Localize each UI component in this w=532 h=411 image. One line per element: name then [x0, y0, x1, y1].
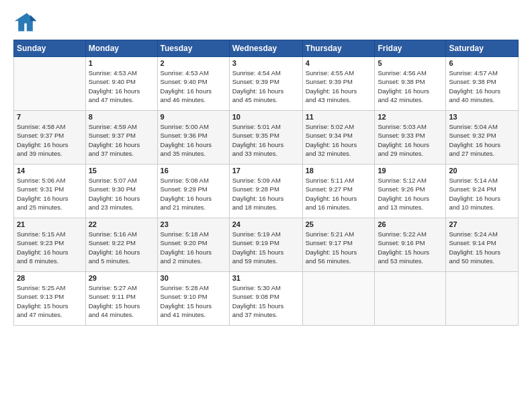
day-info: Sunrise: 5:09 AM Sunset: 9:28 PM Dayligh… — [232, 176, 300, 212]
day-number: 11 — [306, 113, 372, 121]
day-info: Sunrise: 4:55 AM Sunset: 9:39 PM Dayligh… — [306, 68, 372, 104]
calendar-cell: 6Sunrise: 4:57 AM Sunset: 9:38 PM Daylig… — [446, 57, 519, 111]
day-info: Sunrise: 5:12 AM Sunset: 9:26 PM Dayligh… — [378, 176, 443, 212]
day-info: Sunrise: 4:53 AM Sunset: 9:40 PM Dayligh… — [161, 68, 226, 104]
calendar-cell: 7Sunrise: 4:58 AM Sunset: 9:37 PM Daylig… — [14, 111, 86, 165]
week-row-4: 21Sunrise: 5:15 AM Sunset: 9:23 PM Dayli… — [14, 218, 519, 272]
day-number: 30 — [161, 274, 226, 282]
day-number: 4 — [306, 59, 372, 67]
day-info: Sunrise: 4:57 AM Sunset: 9:38 PM Dayligh… — [449, 68, 515, 104]
calendar-cell: 13Sunrise: 5:04 AM Sunset: 9:32 PM Dayli… — [446, 111, 519, 165]
calendar-cell: 14Sunrise: 5:06 AM Sunset: 9:31 PM Dayli… — [14, 165, 86, 218]
day-number: 20 — [449, 167, 515, 175]
day-info: Sunrise: 5:15 AM Sunset: 9:23 PM Dayligh… — [17, 230, 83, 265]
header — [13, 10, 519, 34]
week-row-5: 28Sunrise: 5:25 AM Sunset: 9:13 PM Dayli… — [14, 272, 519, 326]
calendar-cell: 20Sunrise: 5:14 AM Sunset: 9:24 PM Dayli… — [446, 165, 519, 218]
day-number: 21 — [17, 220, 83, 228]
day-info: Sunrise: 5:27 AM Sunset: 9:11 PM Dayligh… — [89, 283, 154, 319]
calendar-cell: 11Sunrise: 5:02 AM Sunset: 9:34 PM Dayli… — [302, 111, 375, 165]
day-header-saturday: Saturday — [446, 40, 519, 57]
day-number: 24 — [232, 220, 300, 228]
calendar-cell: 25Sunrise: 5:21 AM Sunset: 9:17 PM Dayli… — [302, 218, 375, 272]
calendar-cell: 2Sunrise: 4:53 AM Sunset: 9:40 PM Daylig… — [157, 57, 229, 111]
calendar-cell: 22Sunrise: 5:16 AM Sunset: 9:22 PM Dayli… — [85, 218, 157, 272]
calendar-table: SundayMondayTuesdayWednesdayThursdayFrid… — [13, 40, 519, 326]
header-row: SundayMondayTuesdayWednesdayThursdayFrid… — [14, 40, 519, 57]
day-info: Sunrise: 5:01 AM Sunset: 9:35 PM Dayligh… — [232, 122, 300, 158]
day-number: 17 — [232, 167, 300, 175]
calendar-cell: 31Sunrise: 5:30 AM Sunset: 9:08 PM Dayli… — [229, 272, 302, 326]
day-number: 15 — [89, 167, 154, 175]
day-info: Sunrise: 4:59 AM Sunset: 9:37 PM Dayligh… — [89, 122, 154, 158]
day-info: Sunrise: 5:02 AM Sunset: 9:34 PM Dayligh… — [306, 122, 372, 158]
calendar-cell: 9Sunrise: 5:00 AM Sunset: 9:36 PM Daylig… — [157, 111, 229, 165]
day-header-tuesday: Tuesday — [157, 40, 229, 57]
day-number: 12 — [378, 113, 443, 121]
day-info: Sunrise: 4:53 AM Sunset: 9:40 PM Dayligh… — [89, 68, 154, 104]
day-number: 2 — [161, 59, 226, 67]
calendar-cell: 10Sunrise: 5:01 AM Sunset: 9:35 PM Dayli… — [229, 111, 302, 165]
calendar-cell: 30Sunrise: 5:28 AM Sunset: 9:10 PM Dayli… — [157, 272, 229, 326]
calendar-cell — [375, 272, 446, 326]
calendar-cell: 15Sunrise: 5:07 AM Sunset: 9:30 PM Dayli… — [85, 165, 157, 218]
calendar-cell — [446, 272, 519, 326]
day-info: Sunrise: 4:54 AM Sunset: 9:39 PM Dayligh… — [232, 68, 300, 104]
day-info: Sunrise: 4:58 AM Sunset: 9:37 PM Dayligh… — [17, 122, 83, 158]
calendar-cell: 17Sunrise: 5:09 AM Sunset: 9:28 PM Dayli… — [229, 165, 302, 218]
day-number: 31 — [232, 274, 300, 282]
day-number: 16 — [161, 167, 226, 175]
calendar-cell: 3Sunrise: 4:54 AM Sunset: 9:39 PM Daylig… — [229, 57, 302, 111]
day-info: Sunrise: 5:14 AM Sunset: 9:24 PM Dayligh… — [449, 176, 515, 212]
calendar-cell: 4Sunrise: 4:55 AM Sunset: 9:39 PM Daylig… — [302, 57, 375, 111]
day-info: Sunrise: 5:30 AM Sunset: 9:08 PM Dayligh… — [232, 283, 300, 319]
calendar-cell: 29Sunrise: 5:27 AM Sunset: 9:11 PM Dayli… — [85, 272, 157, 326]
day-number: 27 — [449, 220, 515, 228]
day-number: 13 — [449, 113, 515, 121]
day-info: Sunrise: 4:56 AM Sunset: 9:38 PM Dayligh… — [378, 68, 443, 104]
calendar-cell: 19Sunrise: 5:12 AM Sunset: 9:26 PM Dayli… — [375, 165, 446, 218]
day-info: Sunrise: 5:18 AM Sunset: 9:20 PM Dayligh… — [161, 230, 226, 265]
calendar-cell: 26Sunrise: 5:22 AM Sunset: 9:16 PM Dayli… — [375, 218, 446, 272]
day-info: Sunrise: 5:28 AM Sunset: 9:10 PM Dayligh… — [161, 283, 226, 319]
day-info: Sunrise: 5:07 AM Sunset: 9:30 PM Dayligh… — [89, 176, 154, 212]
day-number: 28 — [17, 274, 83, 282]
day-number: 25 — [306, 220, 372, 228]
day-number: 7 — [17, 113, 83, 121]
day-number: 14 — [17, 167, 83, 175]
calendar-cell: 28Sunrise: 5:25 AM Sunset: 9:13 PM Dayli… — [14, 272, 86, 326]
page-container: SundayMondayTuesdayWednesdayThursdayFrid… — [0, 0, 532, 332]
day-number: 18 — [306, 167, 372, 175]
calendar-cell: 27Sunrise: 5:24 AM Sunset: 9:14 PM Dayli… — [446, 218, 519, 272]
calendar-cell: 16Sunrise: 5:08 AM Sunset: 9:29 PM Dayli… — [157, 165, 229, 218]
day-number: 5 — [378, 59, 443, 67]
calendar-cell: 1Sunrise: 4:53 AM Sunset: 9:40 PM Daylig… — [85, 57, 157, 111]
day-header-friday: Friday — [375, 40, 446, 57]
day-number: 10 — [232, 113, 300, 121]
day-info: Sunrise: 5:06 AM Sunset: 9:31 PM Dayligh… — [17, 176, 83, 212]
day-number: 23 — [161, 220, 226, 228]
day-number: 8 — [89, 113, 154, 121]
day-number: 19 — [378, 167, 443, 175]
day-number: 22 — [89, 220, 154, 228]
day-header-sunday: Sunday — [14, 40, 86, 57]
day-info: Sunrise: 5:22 AM Sunset: 9:16 PM Dayligh… — [378, 230, 443, 265]
day-number: 1 — [89, 59, 154, 67]
calendar-cell — [14, 57, 86, 111]
calendar-cell: 5Sunrise: 4:56 AM Sunset: 9:38 PM Daylig… — [375, 57, 446, 111]
calendar-cell: 23Sunrise: 5:18 AM Sunset: 9:20 PM Dayli… — [157, 218, 229, 272]
calendar-cell: 21Sunrise: 5:15 AM Sunset: 9:23 PM Dayli… — [14, 218, 86, 272]
day-info: Sunrise: 5:08 AM Sunset: 9:29 PM Dayligh… — [161, 176, 226, 212]
day-info: Sunrise: 5:00 AM Sunset: 9:36 PM Dayligh… — [161, 122, 226, 158]
calendar-cell: 24Sunrise: 5:19 AM Sunset: 9:19 PM Dayli… — [229, 218, 302, 272]
week-row-3: 14Sunrise: 5:06 AM Sunset: 9:31 PM Dayli… — [14, 165, 519, 218]
day-header-monday: Monday — [85, 40, 157, 57]
calendar-cell — [302, 272, 375, 326]
week-row-1: 1Sunrise: 4:53 AM Sunset: 9:40 PM Daylig… — [14, 57, 519, 111]
calendar-cell: 12Sunrise: 5:03 AM Sunset: 9:33 PM Dayli… — [375, 111, 446, 165]
logo — [13, 10, 40, 34]
calendar-header: SundayMondayTuesdayWednesdayThursdayFrid… — [14, 40, 519, 57]
day-info: Sunrise: 5:16 AM Sunset: 9:22 PM Dayligh… — [89, 230, 154, 265]
week-row-2: 7Sunrise: 4:58 AM Sunset: 9:37 PM Daylig… — [14, 111, 519, 165]
day-number: 9 — [161, 113, 226, 121]
